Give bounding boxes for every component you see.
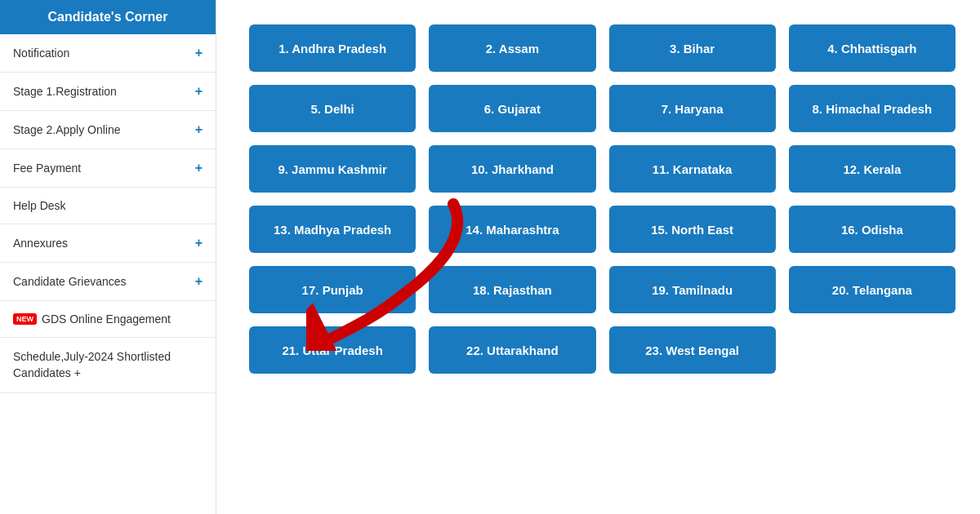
sidebar-item-label: Notification: [13, 47, 69, 60]
candidates-label: Candidates: [13, 366, 71, 379]
state-btn-kl[interactable]: 12. Kerala: [789, 145, 956, 193]
state-btn-jk[interactable]: 9. Jammu Kashmir: [249, 145, 416, 193]
sidebar-item-grievances[interactable]: Candidate Grievances+: [0, 263, 216, 301]
sidebar-item-stage2[interactable]: Stage 2.Apply Online+: [0, 111, 216, 149]
new-badge: new: [13, 313, 37, 325]
state-btn-as[interactable]: 2. Assam: [429, 24, 595, 72]
candidates-plus: +: [74, 366, 81, 379]
sidebar-item-label: Candidate Grievances: [13, 275, 127, 288]
state-btn-od[interactable]: 16. Odisha: [789, 206, 956, 253]
expand-icon: +: [195, 122, 203, 137]
state-btn-gj[interactable]: 6. Gujarat: [429, 85, 595, 132]
state-btn-tg[interactable]: 20. Telangana: [789, 266, 956, 313]
main-content: 1. Andhra Pradesh2. Assam3. Bihar4. Chha…: [216, 0, 980, 514]
sidebar-item-label: Help Desk: [13, 199, 66, 212]
expand-icon: +: [195, 46, 203, 60]
sidebar-item-helpdesk[interactable]: Help Desk: [0, 188, 216, 224]
state-btn-mp[interactable]: 13. Madhya Pradesh: [249, 206, 416, 253]
state-btn-br[interactable]: 3. Bihar: [609, 24, 776, 72]
state-btn-dl[interactable]: 5. Delhi: [249, 85, 416, 132]
state-btn-rj[interactable]: 18. Rajasthan: [429, 266, 595, 313]
state-btn-ap[interactable]: 1. Andhra Pradesh: [249, 24, 416, 72]
expand-icon: +: [195, 236, 203, 250]
state-btn-uk[interactable]: 22. Uttarakhand: [429, 326, 595, 374]
sidebar: Candidate's Corner Notification+Stage 1.…: [0, 0, 216, 514]
sidebar-item-stage1[interactable]: Stage 1.Registration+: [0, 73, 216, 111]
sidebar-item-gds[interactable]: new GDS Online Engagement: [0, 301, 216, 338]
state-btn-ka[interactable]: 11. Karnataka: [609, 145, 776, 193]
expand-icon: +: [195, 161, 203, 175]
schedule-label: Schedule,July-2024 Shortlisted: [13, 350, 171, 363]
sidebar-item-notification[interactable]: Notification+: [0, 34, 216, 73]
states-grid: 1. Andhra Pradesh2. Assam3. Bihar4. Chha…: [249, 24, 956, 374]
sidebar-header: Candidate's Corner: [0, 0, 216, 34]
sidebar-item-fee[interactable]: Fee Payment+: [0, 149, 216, 188]
sidebar-item-label: Annexures: [13, 237, 68, 250]
state-btn-mh[interactable]: 14. Maharashtra: [429, 206, 595, 253]
sidebar-item-schedule[interactable]: Schedule,July-2024 Shortlisted Candidate…: [0, 338, 216, 393]
state-btn-up[interactable]: 21. Uttar Pradesh: [249, 326, 416, 374]
state-btn-wb[interactable]: 23. West Bengal: [609, 326, 776, 374]
state-btn-cg[interactable]: 4. Chhattisgarh: [789, 24, 956, 72]
state-btn-tn[interactable]: 19. Tamilnadu: [609, 266, 776, 313]
state-btn-hr[interactable]: 7. Haryana: [609, 85, 776, 132]
expand-icon: +: [195, 84, 203, 99]
sidebar-item-label: Fee Payment: [13, 162, 81, 175]
state-btn-jh[interactable]: 10. Jharkhand: [429, 145, 595, 193]
expand-icon: +: [195, 274, 203, 289]
sidebar-item-label: Stage 1.Registration: [13, 85, 117, 98]
sidebar-item-label: Stage 2.Apply Online: [13, 123, 121, 136]
sidebar-item-annexures[interactable]: Annexures+: [0, 224, 216, 263]
gds-label: GDS Online Engagement: [42, 312, 171, 326]
state-btn-hp[interactable]: 8. Himachal Pradesh: [789, 85, 956, 132]
state-btn-pb[interactable]: 17. Punjab: [249, 266, 416, 313]
state-btn-ne[interactable]: 15. North East: [609, 206, 776, 253]
